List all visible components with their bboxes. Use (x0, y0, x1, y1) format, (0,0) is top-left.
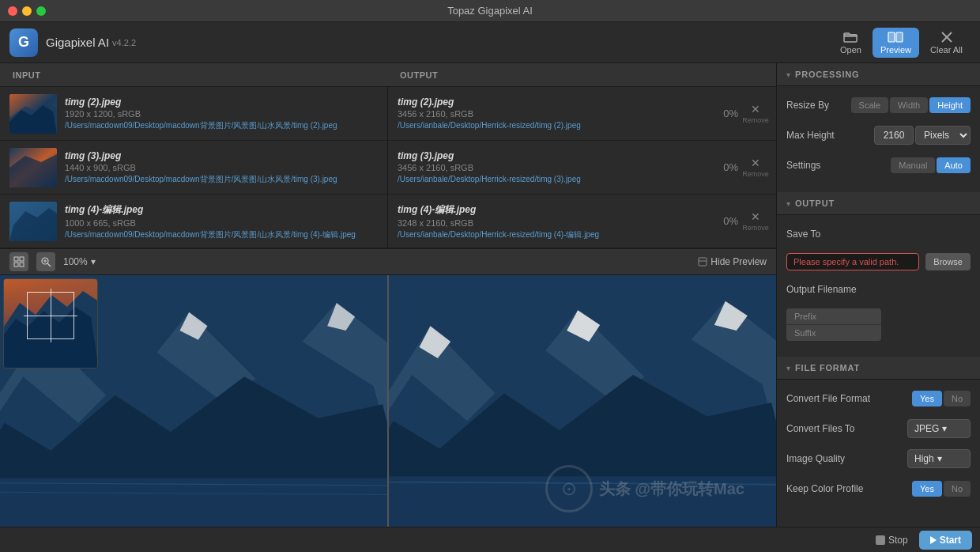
app-logo: G (9, 28, 38, 57)
output-filename: timg (4)-编辑.jpeg (398, 203, 707, 217)
file-thumbnail (9, 94, 57, 134)
svg-rect-20 (699, 258, 707, 266)
keep-color-profile-label: Keep Color Profile (786, 483, 912, 494)
convert-file-format-controls: Yes No (912, 391, 971, 406)
keep-color-no-button[interactable]: No (944, 481, 971, 497)
pixels-select[interactable]: Pixels % (915, 126, 971, 145)
output-meta: 3248 x 2160, sRGB (398, 218, 707, 228)
jpeg-dropdown[interactable]: JPEG ▾ (907, 419, 971, 438)
progress-text: 0% (707, 108, 738, 119)
file-format-section-label: FILE FORMAT (795, 363, 860, 372)
width-button[interactable]: Width (890, 97, 928, 113)
open-button[interactable]: Open (832, 28, 869, 58)
zoom-control[interactable]: 100% ▾ (63, 256, 96, 267)
input-meta: 1920 x 1200, sRGB (65, 109, 378, 119)
clear-all-button[interactable]: Clear All (922, 28, 971, 58)
input-meta: 1440 x 900, sRGB (65, 163, 378, 172)
file-input-section: timg (2).jpeg 1920 x 1200, sRGB /Users/m… (0, 88, 387, 140)
image-quality-row: Image Quality High ▾ (786, 448, 971, 470)
resize-by-label: Resize By (786, 100, 851, 111)
scale-button[interactable]: Scale (851, 97, 889, 113)
convert-no-button[interactable]: No (944, 391, 971, 406)
auto-button[interactable]: Auto (937, 157, 971, 173)
output-section-label: OUTPUT (795, 198, 835, 208)
table-row: timg (4)-编辑.jpeg 1000 x 665, sRGB /Users… (0, 195, 776, 248)
clear-all-label: Clear All (930, 45, 963, 55)
suffix-option[interactable]: Suffix (786, 325, 881, 341)
keep-color-profile-controls: Yes No (912, 481, 971, 497)
processing-section-header[interactable]: ▾ PROCESSING (777, 63, 980, 86)
progress-text: 0% (707, 215, 738, 227)
input-meta: 1000 x 665, sRGB (65, 218, 378, 228)
image-quality-dropdown-icon: ▾ (937, 453, 942, 464)
traffic-lights (8, 6, 46, 16)
file-output-info: timg (4)-编辑.jpeg 3248 x 2160, sRGB /User… (398, 203, 707, 240)
preview-thumbnail-navigator[interactable] (3, 278, 98, 369)
settings-controls: Manual Auto (891, 157, 971, 173)
image-quality-dropdown[interactable]: High ▾ (907, 449, 971, 468)
zoom-value: 100% (63, 256, 88, 267)
file-output-section: timg (3).jpeg 3456 x 2160, sRGB /Users/i… (388, 144, 776, 191)
input-column-header: INPUT (0, 70, 387, 80)
settings-label: Settings (786, 160, 891, 171)
clear-all-icon (939, 31, 955, 43)
header-actions: Open Preview Clear All (832, 28, 971, 58)
maximize-button[interactable] (36, 6, 46, 16)
prefix-option[interactable]: Prefix (786, 308, 881, 325)
minimize-button[interactable] (22, 6, 32, 16)
open-label: Open (840, 45, 861, 55)
manual-button[interactable]: Manual (891, 157, 935, 173)
titlebar: Topaz Gigapixel AI (0, 0, 980, 22)
max-height-row: Max Height Pixels % (786, 124, 971, 146)
filename-options: Prefix Suffix (786, 308, 881, 341)
svg-rect-15 (20, 263, 24, 267)
file-format-section-header[interactable]: ▾ FILE FORMAT (777, 357, 980, 380)
grid-view-button[interactable] (9, 252, 28, 271)
processing-chevron-icon: ▾ (786, 70, 790, 79)
close-button[interactable] (8, 6, 17, 16)
bottom-bar (0, 527, 776, 552)
stop-button[interactable]: Stop (869, 531, 914, 549)
remove-button[interactable]: ✕ Remove (744, 157, 767, 179)
save-to-path-row: Browse (786, 253, 971, 270)
keep-color-yes-button[interactable]: Yes (912, 481, 942, 497)
resize-by-row: Resize By Scale Width Height (786, 94, 971, 116)
save-to-label: Save To (786, 229, 971, 240)
svg-rect-1 (888, 32, 895, 42)
file-output-section: timg (2).jpeg 3456 x 2160, sRGB /Users/i… (388, 90, 776, 137)
height-button[interactable]: Height (929, 97, 971, 113)
table-row: timg (2).jpeg 1920 x 1200, sRGB /Users/m… (0, 87, 776, 141)
preview-button[interactable]: Preview (873, 28, 919, 58)
save-path-input[interactable] (786, 253, 919, 270)
start-button[interactable]: Start (919, 531, 972, 550)
output-section-header[interactable]: ▾ OUTPUT (777, 192, 980, 215)
zoom-fit-button[interactable] (36, 252, 55, 271)
svg-rect-12 (14, 257, 18, 261)
file-output-section: timg (4)-编辑.jpeg 3248 x 2160, sRGB /User… (388, 197, 776, 246)
svg-line-17 (47, 263, 51, 267)
convert-file-format-row: Convert File Format Yes No (786, 388, 971, 410)
file-thumbnail (9, 148, 57, 187)
hide-preview-button[interactable]: Hide Preview (698, 256, 767, 267)
input-path: /Users/macdown09/Desktop/macdown背景图片/风景图… (65, 120, 378, 130)
convert-yes-button[interactable]: Yes (912, 391, 942, 406)
max-height-label: Max Height (786, 130, 874, 141)
svg-rect-13 (20, 257, 24, 261)
output-meta: 3456 x 2160, sRGB (398, 109, 707, 119)
file-thumbnail (9, 202, 57, 241)
stop-icon (876, 535, 885, 545)
input-filename: timg (2).jpeg (65, 96, 378, 108)
preview-icon (888, 31, 903, 43)
max-height-controls: Pixels % (874, 126, 971, 145)
max-height-input[interactable] (874, 126, 914, 145)
output-filename-section: Output Filename Prefix Suffix (786, 278, 971, 341)
file-list-header: INPUT OUTPUT (0, 63, 776, 87)
preview-result-panel: Preview (389, 275, 776, 552)
open-icon (842, 31, 858, 43)
settings-row: Settings Manual Auto (786, 154, 971, 176)
browse-button[interactable]: Browse (925, 253, 971, 270)
file-info: timg (2).jpeg 1920 x 1200, sRGB /Users/m… (65, 96, 378, 130)
remove-button[interactable]: ✕ Remove (744, 103, 767, 125)
remove-button[interactable]: ✕ Remove (744, 210, 767, 233)
svg-rect-2 (896, 32, 903, 42)
